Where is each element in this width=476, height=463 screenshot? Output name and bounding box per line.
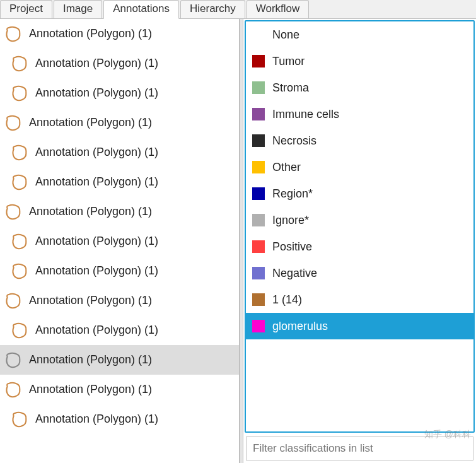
annotation-row[interactable]: Annotation (Polygon) (1) xyxy=(0,404,239,434)
classification-row[interactable]: Negative xyxy=(246,260,473,286)
main-container: Annotation (Polygon) (1)Annotation (Poly… xyxy=(0,19,476,463)
tab-hierarchy[interactable]: Hierarchy xyxy=(180,0,245,18)
polygon-icon xyxy=(10,410,29,429)
color-swatch xyxy=(252,293,265,306)
classification-label: Region* xyxy=(272,187,313,201)
classification-label: Ignore* xyxy=(272,214,309,227)
classification-label: Immune cells xyxy=(272,108,339,121)
tab-label: Workflow xyxy=(256,3,300,15)
annotation-label: Annotation (Polygon) (1) xyxy=(29,27,152,40)
annotation-row[interactable]: Annotation (Polygon) (1) xyxy=(0,108,239,138)
annotation-label: Annotation (Polygon) (1) xyxy=(35,413,158,426)
polygon-icon xyxy=(10,262,29,281)
filter-classifications-input[interactable] xyxy=(246,437,473,460)
polygon-icon xyxy=(10,232,29,251)
color-swatch xyxy=(252,240,265,253)
color-swatch xyxy=(252,187,265,200)
annotation-row[interactable]: Annotation (Polygon) (1) xyxy=(0,345,239,375)
classification-label: Tumor xyxy=(272,55,305,68)
annotation-list: Annotation (Polygon) (1)Annotation (Poly… xyxy=(0,19,240,463)
annotation-label: Annotation (Polygon) (1) xyxy=(29,294,152,307)
tab-project[interactable]: Project xyxy=(0,0,52,18)
polygon-icon xyxy=(10,54,29,73)
classification-label: Positive xyxy=(272,240,312,254)
annotation-label: Annotation (Polygon) (1) xyxy=(29,383,152,396)
polygon-icon xyxy=(4,351,23,370)
classification-row[interactable]: Immune cells xyxy=(246,101,473,127)
color-swatch xyxy=(252,134,265,147)
classification-row[interactable]: None xyxy=(246,21,473,48)
tab-label: Annotations xyxy=(113,3,170,15)
classification-label: Stroma xyxy=(272,81,309,95)
annotation-row[interactable]: Annotation (Polygon) (1) xyxy=(0,167,239,197)
annotation-label: Annotation (Polygon) (1) xyxy=(35,175,158,189)
annotation-row[interactable]: Annotation (Polygon) (1) xyxy=(0,197,239,226)
annotation-label: Annotation (Polygon) (1) xyxy=(29,353,152,366)
annotation-row[interactable]: Annotation (Polygon) (1) xyxy=(0,138,239,167)
tab-label: Image xyxy=(63,3,93,15)
polygon-icon xyxy=(4,25,23,44)
tab-workflow[interactable]: Workflow xyxy=(247,0,310,18)
polygon-icon xyxy=(10,84,29,103)
classification-row[interactable]: Positive xyxy=(246,233,473,260)
annotation-label: Annotation (Polygon) (1) xyxy=(35,264,158,278)
tab-annotations[interactable]: Annotations xyxy=(103,0,179,19)
classification-label: glomerulus xyxy=(272,320,328,333)
classification-row[interactable]: Region* xyxy=(246,180,473,207)
classification-row[interactable]: glomerulus xyxy=(246,313,473,339)
annotation-label: Annotation (Polygon) (1) xyxy=(35,235,158,248)
annotation-label: Annotation (Polygon) (1) xyxy=(29,205,152,218)
annotation-label: Annotation (Polygon) (1) xyxy=(35,324,158,337)
color-swatch xyxy=(252,214,265,226)
annotation-row[interactable]: Annotation (Polygon) (1) xyxy=(0,49,239,78)
classification-label: Negative xyxy=(272,267,317,280)
color-swatch xyxy=(252,108,265,120)
tab-bar: ProjectImageAnnotationsHierarchyWorkflow xyxy=(0,0,476,19)
color-swatch xyxy=(252,267,265,279)
annotation-row[interactable]: Annotation (Polygon) (1) xyxy=(0,78,239,108)
classification-row[interactable]: Other xyxy=(246,154,473,180)
polygon-icon xyxy=(10,143,29,162)
tab-label: Hierarchy xyxy=(190,3,236,15)
color-swatch xyxy=(252,28,265,41)
classification-label: Necrosis xyxy=(272,134,316,148)
annotation-row[interactable]: Annotation (Polygon) (1) xyxy=(0,286,239,315)
color-swatch xyxy=(252,81,265,94)
tab-image[interactable]: Image xyxy=(54,0,102,18)
polygon-icon xyxy=(10,173,29,192)
polygon-icon xyxy=(4,114,23,132)
polygon-icon xyxy=(4,202,23,221)
classification-label: None xyxy=(272,28,299,42)
classification-row[interactable]: 1 (14) xyxy=(246,286,473,313)
color-swatch xyxy=(252,55,265,67)
annotation-row[interactable]: Annotation (Polygon) (1) xyxy=(0,375,239,404)
annotation-row[interactable]: Annotation (Polygon) (1) xyxy=(0,256,239,286)
classification-row[interactable]: Tumor xyxy=(246,48,473,74)
annotation-label: Annotation (Polygon) (1) xyxy=(35,86,158,100)
polygon-icon xyxy=(4,380,23,399)
annotation-row[interactable]: Annotation (Polygon) (1) xyxy=(0,226,239,256)
tab-label: Project xyxy=(9,3,43,15)
annotation-row[interactable]: Annotation (Polygon) (1) xyxy=(0,315,239,345)
classification-row[interactable]: Ignore* xyxy=(246,207,473,233)
classification-label: Other xyxy=(272,161,301,174)
classification-label: 1 (14) xyxy=(272,293,302,307)
classification-row[interactable]: Stroma xyxy=(246,74,473,101)
color-swatch xyxy=(252,161,265,173)
annotation-label: Annotation (Polygon) (1) xyxy=(29,116,152,129)
annotation-row[interactable]: Annotation (Polygon) (1) xyxy=(0,19,239,49)
annotation-label: Annotation (Polygon) (1) xyxy=(35,57,158,70)
polygon-icon xyxy=(4,291,23,310)
polygon-icon xyxy=(10,321,29,340)
annotation-label: Annotation (Polygon) (1) xyxy=(35,146,158,159)
classification-panel: NoneTumorStromaImmune cellsNecrosisOther… xyxy=(243,19,476,463)
classification-list: NoneTumorStromaImmune cellsNecrosisOther… xyxy=(245,20,475,433)
color-swatch xyxy=(252,320,265,332)
classification-row[interactable]: Necrosis xyxy=(246,127,473,154)
